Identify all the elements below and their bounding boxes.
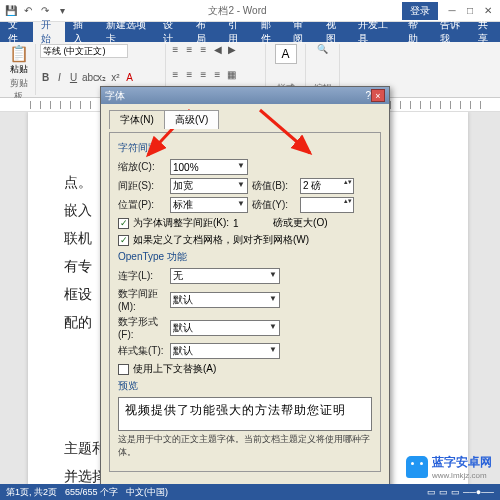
group-clipboard: 📋 粘贴 剪贴板 — [2, 44, 36, 95]
status-words[interactable]: 655/655 个字 — [65, 486, 118, 499]
position-pt-label: 磅值(Y): — [252, 198, 296, 212]
align-left-icon[interactable]: ≡ — [170, 69, 181, 80]
indent-inc-icon[interactable]: ▶ — [226, 44, 237, 55]
numspacing-select[interactable]: 默认 — [170, 292, 280, 308]
ctxalt-label: 使用上下文替换(A) — [133, 362, 216, 376]
tab-home[interactable]: 开始 — [33, 22, 66, 42]
dialog-title: 字体 — [105, 89, 365, 103]
styleset-select[interactable]: 默认 — [170, 343, 280, 359]
window-title: 文档2 - Word — [73, 4, 402, 18]
align-right-icon[interactable]: ≡ — [198, 69, 209, 80]
preview-box: 视频提供了功能强大的方法帮助您证明 — [118, 397, 372, 431]
position-select[interactable]: 标准 — [170, 197, 248, 213]
minimize-icon[interactable]: ─ — [444, 5, 460, 16]
styleset-label: 样式集(T): — [118, 344, 166, 358]
align-center-icon[interactable]: ≡ — [184, 69, 195, 80]
dialog-close-icon[interactable]: × — [371, 89, 385, 102]
numform-select[interactable]: 默认 — [170, 320, 280, 336]
share-button[interactable]: 共享 — [470, 22, 500, 42]
ribbon-tabs: 文件 开始 插入 新建选项卡 设计 布局 引用 邮件 审阅 视图 开发工具 帮助… — [0, 22, 500, 42]
tab-addin[interactable]: 新建选项卡 — [98, 22, 155, 42]
paste-icon[interactable]: 📋 — [6, 44, 31, 63]
sup-icon[interactable]: x² — [110, 72, 121, 83]
position-pt-input[interactable] — [300, 197, 354, 213]
quick-access-toolbar: 💾 ↶ ↷ ▾ — [0, 4, 73, 18]
kerning-input[interactable]: 1 — [233, 218, 269, 229]
scale-select[interactable]: 100% — [170, 159, 248, 175]
watermark-name: 蓝字安卓网 — [432, 455, 492, 469]
kerning-label: 为字体调整字间距(K): — [133, 216, 229, 230]
spacing-select[interactable]: 加宽 — [170, 178, 248, 194]
maximize-icon[interactable]: □ — [462, 5, 478, 16]
undo-icon[interactable]: ↶ — [21, 4, 35, 18]
android-icon — [406, 456, 428, 478]
tab-file[interactable]: 文件 — [0, 22, 33, 42]
sub-icon[interactable]: x₂ — [96, 72, 107, 83]
multilevel-icon[interactable]: ≡ — [198, 44, 209, 55]
kerning-unit: 磅或更大(O) — [273, 216, 327, 230]
tell-me[interactable]: 告诉我 — [432, 22, 470, 42]
view-web-icon[interactable]: ▭ — [451, 487, 460, 497]
numbering-icon[interactable]: ≡ — [184, 44, 195, 55]
window-buttons: ─ □ ✕ — [444, 5, 500, 16]
spacing-label: 间距(S): — [118, 179, 166, 193]
snap-grid-checkbox[interactable]: ✓ — [118, 235, 129, 246]
ligatures-label: 连字(L): — [118, 269, 166, 283]
dialog-titlebar[interactable]: 字体 ? × — [101, 87, 389, 104]
watermark: 蓝字安卓网 www.lmkjz.com — [406, 454, 492, 480]
qat-more-icon[interactable]: ▾ — [55, 4, 69, 18]
snap-grid-label: 如果定义了文档网格，则对齐到网格(W) — [133, 233, 309, 247]
tab-layout[interactable]: 布局 — [188, 22, 221, 42]
tab-developer[interactable]: 开发工具 — [350, 22, 399, 42]
tab-mailings[interactable]: 邮件 — [253, 22, 286, 42]
bold-icon[interactable]: B — [40, 72, 51, 83]
save-icon[interactable]: 💾 — [4, 4, 18, 18]
tab-view[interactable]: 视图 — [318, 22, 351, 42]
view-print-icon[interactable]: ▭ — [439, 487, 448, 497]
tab-design[interactable]: 设计 — [155, 22, 188, 42]
numspacing-label: 数字间距(M): — [118, 287, 166, 312]
status-page[interactable]: 第1页, 共2页 — [6, 486, 57, 499]
font-dialog: 字体 ? × 字体(N) 高级(V) 字符间距 缩放(C): 100% 间距(S… — [100, 86, 390, 500]
status-lang[interactable]: 中文(中国) — [126, 486, 168, 499]
spacing-pt-label: 磅值(B): — [252, 179, 296, 193]
redo-icon[interactable]: ↷ — [38, 4, 52, 18]
position-label: 位置(P): — [118, 198, 166, 212]
paste-label[interactable]: 粘贴 — [6, 63, 31, 76]
ligatures-select[interactable]: 无 — [170, 268, 280, 284]
tab-help[interactable]: 帮助 — [400, 22, 433, 42]
preview-note: 这是用于中文的正文主题字体。当前文档主题定义将使用哪种字体。 — [118, 433, 372, 459]
find-icon[interactable]: 🔍 — [310, 44, 335, 54]
justify-icon[interactable]: ≡ — [212, 69, 223, 80]
tab-font-advanced[interactable]: 高级(V) — [164, 110, 219, 129]
strike-icon[interactable]: abc — [82, 72, 93, 83]
zoom-slider[interactable]: ──●── — [463, 487, 494, 497]
tab-font-basic[interactable]: 字体(N) — [109, 110, 165, 129]
status-bar: 第1页, 共2页 655/655 个字 中文(中国) ▭ ▭ ▭ ──●── — [0, 484, 500, 500]
dialog-tabs: 字体(N) 高级(V) — [109, 110, 381, 129]
login-button[interactable]: 登录 — [402, 2, 438, 20]
bullets-icon[interactable]: ≡ — [170, 44, 181, 55]
underline-icon[interactable]: U — [68, 72, 79, 83]
shading-icon[interactable]: ▦ — [226, 69, 237, 80]
dialog-panel: 字符间距 缩放(C): 100% 间距(S): 加宽 磅值(B): 2 磅 位置… — [109, 132, 381, 472]
font-family-select[interactable]: 等线 (中文正文) — [40, 44, 128, 58]
section-char-spacing: 字符间距 — [118, 141, 372, 155]
section-preview: 预览 — [118, 379, 372, 393]
view-read-icon[interactable]: ▭ — [427, 487, 436, 497]
scale-label: 缩放(C): — [118, 160, 166, 174]
spacing-pt-input[interactable]: 2 磅 — [300, 178, 354, 194]
numform-label: 数字形式(F): — [118, 315, 166, 340]
ctxalt-checkbox[interactable] — [118, 364, 129, 375]
font-color-icon[interactable]: A — [124, 72, 135, 83]
tab-references[interactable]: 引用 — [220, 22, 253, 42]
section-opentype: OpenType 功能 — [118, 250, 372, 264]
kerning-checkbox[interactable]: ✓ — [118, 218, 129, 229]
close-icon[interactable]: ✕ — [480, 5, 496, 16]
tab-review[interactable]: 审阅 — [285, 22, 318, 42]
indent-dec-icon[interactable]: ◀ — [212, 44, 223, 55]
tab-insert[interactable]: 插入 — [65, 22, 98, 42]
watermark-url: www.lmkjz.com — [432, 471, 492, 480]
styles-gallery[interactable]: A — [275, 44, 297, 64]
italic-icon[interactable]: I — [54, 72, 65, 83]
